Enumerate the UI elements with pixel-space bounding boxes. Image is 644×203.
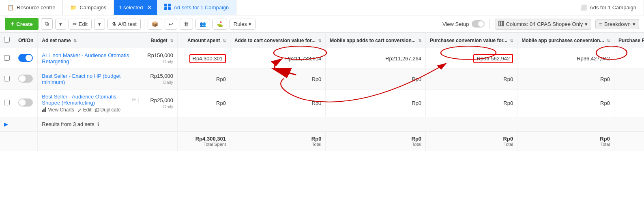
view-charts-action[interactable]: View Charts [42,107,74,113]
row2-budget-cell: Rp15,000 Daily [143,69,178,90]
top-nav: 📋 Resource centre 📁 Campaigns 1 selected… [0,0,644,15]
beaker-icon: ⚗ [112,21,116,27]
edit-chevron-icon: ▾ [98,21,101,27]
row1-toggle[interactable] [18,54,33,62]
row3-mob-purchases-cell: Rp0 [517,90,614,117]
flag-icon: ⛳ [217,21,223,27]
toolbar-separator [144,19,144,29]
row3-toggle[interactable] [18,98,33,107]
adds-sort-icon[interactable]: ⇅ [318,38,321,43]
purchases-sort-icon[interactable]: ⇅ [510,38,513,43]
chevron-down-button[interactable]: ▾ [55,19,66,30]
edit-chevron-button[interactable]: ▾ [94,19,105,30]
row3-adds-cell: Rp0 [230,90,325,117]
ads-icon: ⬜ [580,4,587,11]
offon-header: Off/On [14,33,38,48]
row1-checkbox-cell[interactable] [0,48,14,69]
people-button[interactable]: 👥 [195,19,210,30]
duplicate-action[interactable]: Duplicate [95,107,121,113]
pencil-icon: ✏ [73,21,77,27]
copy-icon: ⧉ [45,21,49,27]
name-sort-icon[interactable]: ⇅ [73,38,77,43]
trash-icon: 🗑 [184,21,189,27]
view-setup-toggle[interactable] [472,20,485,28]
archive-button[interactable]: 📦 [148,19,162,30]
results-empty-cell [177,117,644,132]
select-all-checkbox[interactable] [4,37,10,43]
rules-button[interactable]: Rules ▾ [230,19,255,30]
svg-rect-5 [501,21,502,26]
adsets-table: Off/On Ad set name ⇅ Budget ⇅ Amount spe… [0,33,644,151]
row2-toggle[interactable] [18,75,33,83]
total-name-cell [38,132,143,151]
copy-button[interactable]: ⧉ [41,18,53,30]
row3-mobile-adds-cell: Rp0 [326,90,426,117]
row3-name-cell: Best Seller - Audience Otomatis Shopee (… [38,90,143,117]
edit-action[interactable]: Edit [77,107,92,113]
row2-checkbox[interactable] [4,76,10,81]
columns-icon [498,21,504,28]
total-toggle-cell [14,132,38,151]
row3-pen-icon[interactable]: | [137,97,139,103]
selected-badge[interactable]: 1 selected ✕ [114,0,157,15]
tab-adsets[interactable]: Ad sets for 1 Campaign [157,0,236,15]
row1-name-cell: ALL non Masker - Audience Otomatis Retar… [38,48,143,69]
svg-rect-7 [42,110,43,112]
edit-button[interactable]: ✏ Edit [69,19,92,30]
adset-name-header: Ad set name ⇅ [38,33,143,48]
toolbar: + Create ⧉ ▾ ✏ Edit ▾ ⚗ A/B test 📦 ↩ 🗑 [0,15,644,33]
amount-sort-icon[interactable]: ⇅ [223,38,226,43]
delete-button[interactable]: 🗑 [180,19,193,30]
row1-adds-cell: Rp211,738,014 [230,48,325,69]
total-checkbox-cell [0,132,14,151]
tab-ads[interactable]: ⬜ Ads for 1 Campaign [573,0,644,15]
select-all-header[interactable] [0,33,14,48]
total-row: Rp4,300,301 Total Spent Rp0 Total Rp0 To… [0,132,644,151]
row2-toggle-cell[interactable] [14,69,38,90]
row3-name-link[interactable]: Best Seller - Audience Otomatis Shopee (… [42,94,130,106]
row3-toggle-cell[interactable] [14,90,38,117]
total-purchases-cell: Rp0 Total [426,132,517,151]
table-row: Best Seller - Exact no HP (budget minimu… [0,69,644,90]
results-expander[interactable]: ▶ [4,121,8,127]
total-mob-purchases-cell: Rp0 Total [517,132,614,151]
deselect-button[interactable]: ✕ [147,4,152,11]
svg-rect-11 [96,108,99,111]
campaigns-icon: 📁 [70,4,77,11]
results-info-icon[interactable]: ℹ [97,122,99,127]
row3-edit-icon[interactable]: ✏ [132,97,136,103]
row2-checkbox-cell[interactable] [0,69,14,90]
mobile-adds-header: Mobile app adds to cart conversion... ⇅ [326,33,426,48]
row1-name-link[interactable]: ALL non Masker - Audience Otomatis Retar… [42,52,129,64]
plus-icon: + [11,20,14,28]
rules-chevron-icon: ▾ [249,21,251,27]
ab-test-button[interactable]: ⚗ A/B test [107,19,141,30]
tab-campaigns[interactable]: 📁 Campaigns [63,0,114,15]
row3-budget-cell: Rp25,000 Daily [143,90,178,117]
svg-rect-3 [168,7,171,10]
people-icon: 👥 [200,21,206,27]
row2-mob-purchases-cell: Rp0 [517,69,614,90]
create-button[interactable]: + Create [5,18,39,30]
undo-button[interactable]: ↩ [165,19,177,30]
row1-checkbox[interactable] [4,55,10,61]
columns-button[interactable]: Columns: 04 CPAS Shopee Only ▾ [495,19,592,30]
row2-name-link[interactable]: Best Seller - Exact no HP (budget minimu… [42,73,120,85]
mobile-adds-sort-icon[interactable]: ⇅ [418,38,421,43]
budget-sort-icon[interactable]: ⇅ [170,38,173,43]
row1-mobile-adds-cell: Rp211,267,264 [326,48,426,69]
tab-resource-centre[interactable]: 📋 Resource centre [0,0,63,15]
breakdown-button[interactable]: ≡ Breakdown ▾ [595,19,639,29]
resource-centre-icon: 📋 [7,4,14,11]
results-row: ▶ Results from 3 ad sets ℹ [0,117,644,132]
row3-checkbox[interactable] [4,100,10,105]
purchases-header: Purchases conversion value for... ⇅ [426,33,517,48]
svg-rect-8 [43,109,45,112]
mob-purchases-sort-icon[interactable]: ⇅ [607,38,610,43]
row1-toggle-cell[interactable] [14,48,38,69]
row2-name-cell: Best Seller - Exact no HP (budget minimu… [38,69,143,90]
results-offon-cell [14,117,38,132]
results-expand-cell[interactable]: ▶ [0,117,14,132]
flag-button[interactable]: ⛳ [213,19,227,30]
row3-checkbox-cell[interactable] [0,90,14,117]
